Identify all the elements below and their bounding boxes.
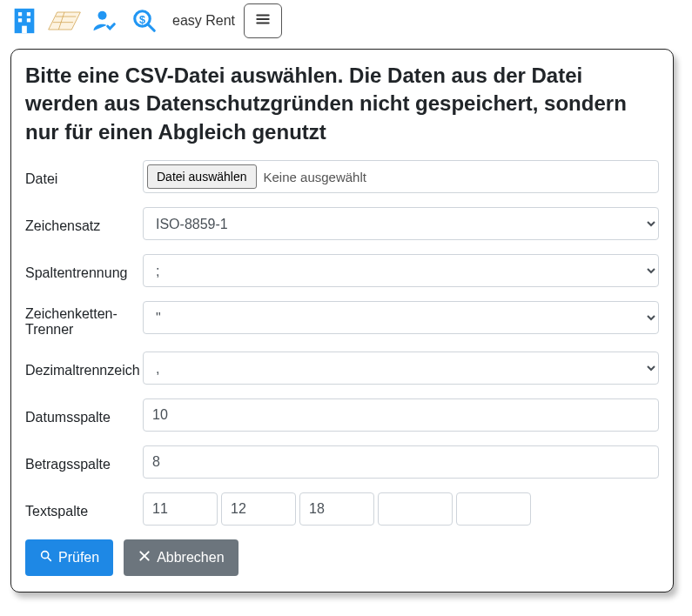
csv-upload-card: Bitte eine CSV-Datei auswählen. Die Date…	[10, 49, 674, 593]
svg-rect-4	[27, 18, 30, 22]
charset-label: Zeichensatz	[25, 213, 143, 234]
search-icon	[39, 549, 53, 566]
charset-select[interactable]: ISO-8859-1	[143, 207, 659, 240]
menu-toggle-button[interactable]	[244, 3, 282, 38]
decimal-label: Dezimaltrennzeich	[25, 358, 143, 378]
text-col-label: Textspalte	[25, 499, 143, 519]
file-label: Datei	[25, 166, 143, 187]
decimal-select[interactable]: ,	[143, 352, 659, 385]
file-choose-button[interactable]: Datei auswählen	[147, 164, 257, 189]
date-col-input[interactable]	[143, 398, 659, 432]
text-col-input-4[interactable]	[378, 492, 453, 526]
svg-rect-5	[22, 26, 27, 33]
amount-col-input[interactable]	[143, 445, 659, 479]
cancel-button[interactable]: Abbrechen	[124, 539, 238, 576]
action-bar: Prüfen Abbrechen	[25, 539, 659, 576]
check-button[interactable]: Prüfen	[25, 539, 113, 576]
user-check-icon[interactable]	[87, 3, 122, 38]
hamburger-icon	[255, 11, 271, 31]
close-icon	[138, 549, 151, 566]
file-input-wrapper: Datei auswählen Keine ausgewählt	[143, 160, 659, 193]
text-col-input-5[interactable]	[456, 492, 531, 526]
date-col-label: Datumsspalte	[25, 405, 143, 425]
svg-line-15	[48, 558, 50, 560]
text-col-input-2[interactable]	[221, 492, 296, 526]
svg-rect-3	[18, 18, 22, 22]
brand-label: easy Rent	[172, 13, 235, 29]
svg-rect-1	[18, 12, 22, 16]
card-title: Bitte eine CSV-Datei auswählen. Die Date…	[25, 62, 659, 146]
topbar: $ easy Rent	[0, 0, 692, 45]
floorplan-icon[interactable]	[47, 3, 82, 38]
svg-marker-6	[49, 12, 81, 30]
svg-rect-2	[27, 12, 30, 16]
check-button-label: Prüfen	[58, 550, 99, 566]
string-delim-label: Zeichenketten-Trenner	[25, 301, 143, 338]
building-icon[interactable]	[7, 3, 42, 38]
svg-line-12	[148, 24, 155, 31]
string-delim-select[interactable]: "	[143, 301, 659, 334]
search-dollar-icon[interactable]: $	[127, 3, 162, 38]
text-col-input-1[interactable]	[143, 492, 218, 526]
text-col-input-3[interactable]	[299, 492, 374, 526]
separator-select[interactable]: ;	[143, 254, 659, 287]
cancel-button-label: Abbrechen	[157, 550, 224, 566]
separator-label: Spaltentrennung	[25, 260, 143, 281]
file-status-text: Keine ausgewählt	[264, 170, 366, 184]
svg-text:$: $	[139, 14, 145, 26]
amount-col-label: Betragsspalte	[25, 452, 143, 472]
svg-point-10	[98, 11, 107, 20]
